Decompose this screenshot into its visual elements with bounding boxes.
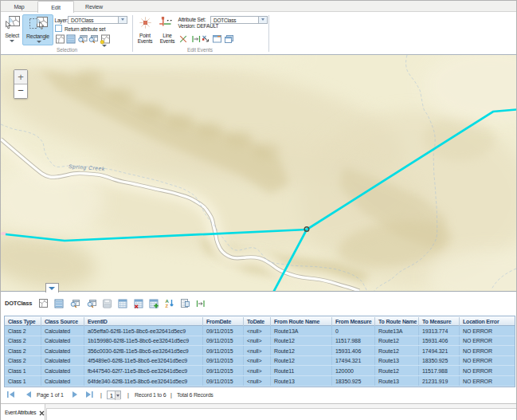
svg-text:Z: Z [166, 304, 169, 308]
